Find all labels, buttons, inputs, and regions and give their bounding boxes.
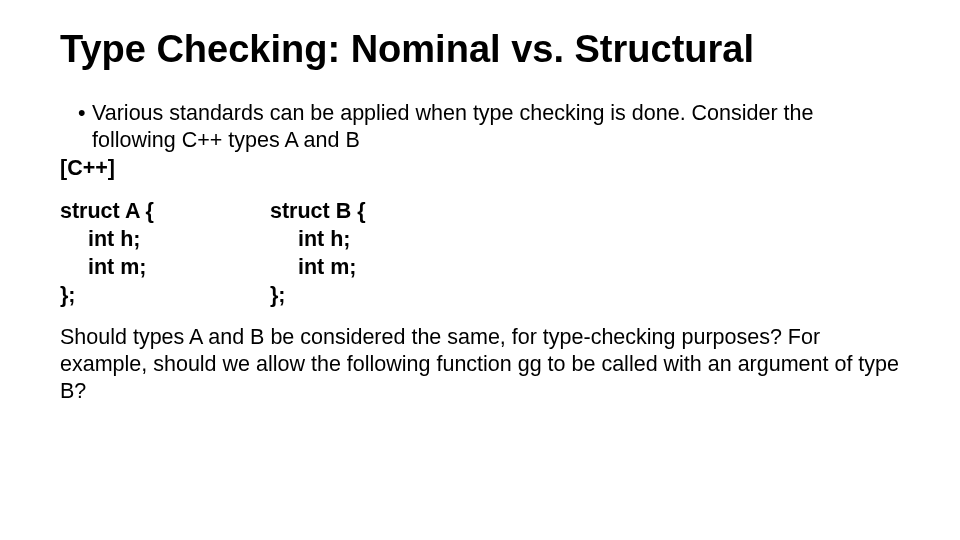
paragraph: Should types A and B be considered the s…: [60, 324, 900, 405]
slide: Type Checking: Nominal vs. Structural • …: [0, 0, 960, 540]
code-line: int m;: [270, 254, 480, 282]
bullet-dot-icon: •: [78, 100, 92, 154]
code-struct-a: struct A { int h; int m; };: [60, 198, 270, 310]
code-line: int h;: [270, 226, 480, 254]
code-line: int h;: [60, 226, 270, 254]
code-line: int m;: [60, 254, 270, 282]
code-line: };: [270, 282, 480, 310]
code-line: };: [60, 282, 270, 310]
bullet-item: • Various standards can be applied when …: [78, 100, 900, 154]
code-line: struct A {: [60, 198, 270, 226]
code-struct-b: struct B { int h; int m; };: [270, 198, 480, 310]
slide-title: Type Checking: Nominal vs. Structural: [60, 28, 900, 72]
slide-body: • Various standards can be applied when …: [60, 100, 900, 405]
code-line: struct B {: [270, 198, 480, 226]
bullet-text: Various standards can be applied when ty…: [92, 100, 900, 154]
code-columns: struct A { int h; int m; }; struct B { i…: [60, 198, 900, 310]
language-label: [C++]: [60, 155, 900, 182]
